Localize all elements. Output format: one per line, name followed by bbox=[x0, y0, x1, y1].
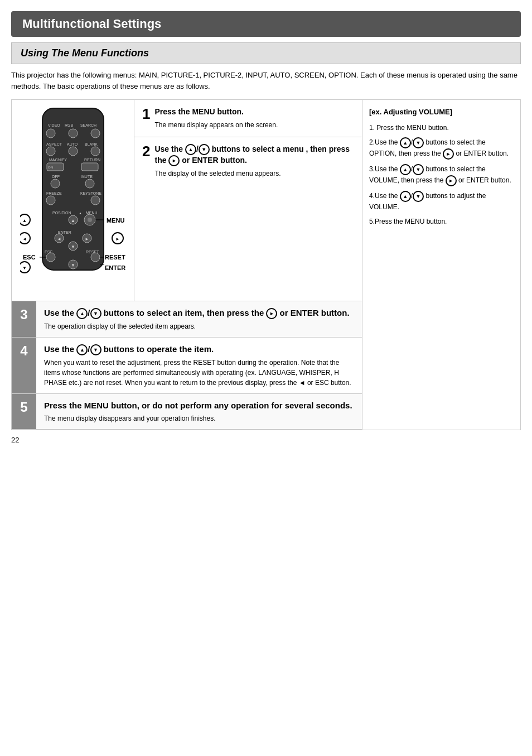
svg-text:MENU: MENU bbox=[107, 217, 124, 224]
remote-area: VIDEO RGB SEARCH ASPECT AUTO BLANK MAGNI… bbox=[12, 100, 134, 301]
step-4-desc: When you want to reset the adjustment, p… bbox=[44, 358, 354, 388]
step-3-heading: Use the / buttons to select an item, the… bbox=[44, 307, 354, 319]
steps-1-2: 1 Press the MENU button. The menu displa… bbox=[134, 100, 362, 301]
svg-text:◄: ◄ bbox=[22, 237, 27, 242]
step-4-number: 4 bbox=[12, 338, 36, 393]
right-panel-title: [ex. Adjusting VOLUME] bbox=[369, 107, 514, 118]
left-panel: VIDEO RGB SEARCH ASPECT AUTO BLANK MAGNI… bbox=[11, 99, 362, 430]
step-1-desc: The menu display appears on the screen. bbox=[154, 120, 278, 130]
svg-text:MAGNIFY: MAGNIFY bbox=[49, 158, 67, 162]
step-5-content: Press the MENU button, or do not perform… bbox=[36, 394, 362, 429]
svg-text:SEARCH: SEARCH bbox=[80, 123, 96, 127]
svg-text:▼: ▼ bbox=[22, 266, 27, 271]
svg-text:VIDEO: VIDEO bbox=[48, 123, 60, 127]
svg-text:FREEZE: FREEZE bbox=[46, 191, 62, 195]
step-5-desc: The menu display disappears and your ope… bbox=[44, 413, 354, 423]
svg-point-21 bbox=[85, 179, 94, 188]
step-3-number: 3 bbox=[12, 301, 36, 337]
step-1-block: 1 Press the MENU button. The menu displa… bbox=[134, 100, 362, 137]
step-3-desc: The operation display of the selected it… bbox=[44, 321, 354, 331]
svg-text:ESC: ESC bbox=[23, 254, 36, 261]
page-number: 22 bbox=[11, 436, 521, 444]
svg-text:▲: ▲ bbox=[22, 218, 27, 223]
svg-rect-17 bbox=[81, 163, 98, 171]
svg-text:MUTE: MUTE bbox=[81, 175, 93, 179]
svg-point-10 bbox=[46, 147, 55, 156]
svg-point-11 bbox=[69, 147, 78, 156]
step-5-heading: Press the MENU button, or do not perform… bbox=[44, 399, 354, 411]
section-title: Using The Menu Functions bbox=[11, 42, 521, 64]
step-2-heading: Use the / buttons to select a menu , the… bbox=[154, 144, 354, 167]
svg-point-42 bbox=[46, 253, 55, 262]
svg-text:▼: ▼ bbox=[71, 263, 75, 268]
svg-text:ON: ON bbox=[48, 166, 53, 169]
main-content: VIDEO RGB SEARCH ASPECT AUTO BLANK MAGNI… bbox=[11, 99, 521, 430]
remote-control-svg: VIDEO RGB SEARCH ASPECT AUTO BLANK MAGNI… bbox=[20, 105, 126, 295]
svg-point-12 bbox=[91, 147, 100, 156]
svg-text:OFF: OFF bbox=[52, 175, 60, 179]
step-4-heading: Use the / buttons to operate the item. bbox=[44, 343, 354, 355]
svg-text:ENTER: ENTER bbox=[105, 264, 125, 271]
step-1-number: 1 bbox=[142, 107, 150, 121]
svg-text:▲: ▲ bbox=[79, 211, 82, 215]
step-3-row: 3 Use the / buttons to select an item, t… bbox=[12, 301, 362, 338]
step-5-row: 5 Press the MENU button, or do not perfo… bbox=[12, 394, 362, 430]
right-panel-item-4: 4.Use the / buttons to adjust the VOLUME… bbox=[369, 191, 514, 212]
svg-point-25 bbox=[91, 196, 100, 205]
svg-text:RETURN: RETURN bbox=[84, 158, 100, 162]
step-2-number: 2 bbox=[142, 144, 150, 158]
svg-text:POSITION: POSITION bbox=[52, 211, 71, 215]
svg-text:►: ► bbox=[85, 237, 89, 242]
right-panel-item-5: 5.Press the MENU button. bbox=[369, 216, 514, 227]
step-3-content: Use the / buttons to select an item, the… bbox=[36, 301, 362, 337]
svg-text:◄: ◄ bbox=[57, 237, 61, 242]
right-panel: [ex. Adjusting VOLUME] 1. Press the MENU… bbox=[362, 99, 521, 430]
svg-text:BLANK: BLANK bbox=[85, 142, 98, 146]
svg-text:KEYSTONE: KEYSTONE bbox=[80, 191, 101, 195]
page-header: Multifunctional Settings bbox=[11, 11, 521, 37]
svg-point-6 bbox=[91, 129, 100, 138]
step-row-top: VIDEO RGB SEARCH ASPECT AUTO BLANK MAGNI… bbox=[12, 100, 362, 301]
svg-text:▼: ▼ bbox=[71, 244, 75, 249]
step-5-number: 5 bbox=[12, 394, 36, 429]
svg-text:RESET: RESET bbox=[105, 254, 125, 261]
svg-point-4 bbox=[46, 129, 55, 138]
step-2-desc: The display of the selected menu appears… bbox=[154, 168, 354, 179]
step-1-heading: Press the MENU button. bbox=[154, 107, 278, 118]
svg-point-20 bbox=[51, 179, 60, 188]
svg-text:MENU: MENU bbox=[86, 211, 98, 215]
right-panel-item-3: 3.Use the / buttons to select the VOLUME… bbox=[369, 164, 514, 186]
step-4-row: 4 Use the / buttons to operate the item.… bbox=[12, 338, 362, 394]
svg-text:RGB: RGB bbox=[65, 123, 74, 127]
svg-text:►: ► bbox=[115, 237, 120, 242]
svg-point-43 bbox=[91, 253, 100, 262]
svg-text:▲: ▲ bbox=[71, 218, 75, 223]
svg-text:ASPECT: ASPECT bbox=[46, 142, 62, 146]
step-2-block: 2 Use the / buttons to select a menu , t… bbox=[134, 137, 362, 186]
step-4-content: Use the / buttons to operate the item. W… bbox=[36, 338, 362, 393]
svg-point-32 bbox=[88, 218, 92, 222]
svg-text:AUTO: AUTO bbox=[67, 142, 78, 146]
svg-point-24 bbox=[46, 196, 55, 205]
right-panel-item-2: 2.Use the / buttons to select the OPTION… bbox=[369, 137, 514, 160]
svg-point-5 bbox=[69, 129, 78, 138]
right-panel-item-1: 1. Press the MENU button. bbox=[369, 123, 514, 133]
intro-text: This projector has the following menus: … bbox=[11, 70, 521, 92]
